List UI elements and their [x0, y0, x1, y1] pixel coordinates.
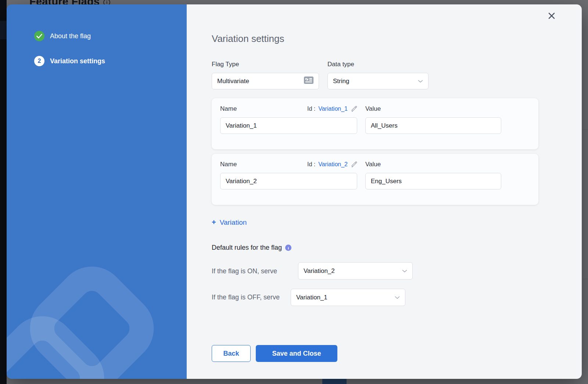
variation-id-link[interactable]: Variation_2: [318, 161, 348, 168]
variation-value-input[interactable]: All_Users: [365, 117, 501, 134]
flag-off-label: If the flag is OFF, serve: [212, 289, 291, 302]
variation-name-input[interactable]: Variation_1: [220, 117, 357, 134]
screen: Feature Flags i About the flag: [0, 0, 588, 384]
flag-on-select[interactable]: Variation_2: [298, 262, 413, 280]
step-complete-check-icon: [34, 31, 44, 41]
rule-row-off: If the flag is OFF, serve Variation_1: [212, 289, 539, 306]
variation-card-1: Name Id : Variation_1: [212, 98, 538, 149]
info-icon[interactable]: i: [285, 245, 291, 251]
save-and-close-button[interactable]: Save and Close: [256, 345, 337, 362]
step-about-the-flag[interactable]: About the flag: [34, 31, 187, 41]
variation-settings-pane: Variation settings Flag Type Multivariat…: [187, 4, 582, 379]
back-button[interactable]: Back: [212, 345, 251, 362]
variation-value-input[interactable]: Eng_Users: [365, 173, 501, 189]
id-prefix: Id :: [307, 161, 315, 168]
variation-value-value: All_Users: [371, 122, 496, 129]
default-rules-title-text: Default rules for the flag: [212, 244, 282, 252]
chevron-down-icon: [402, 270, 407, 273]
chevron-down-icon: [418, 80, 423, 83]
wizard-steps-pane: About the flag 2 Variation settings: [7, 4, 187, 379]
modal-footer: Back Save and Close: [212, 345, 539, 362]
flag-type-value: Multivariate: [217, 78, 304, 85]
flag-settings-modal: About the flag 2 Variation settings Vari…: [7, 4, 582, 379]
value-label: Value: [365, 105, 381, 113]
variation-card-2: Name Id : Variation_2: [212, 154, 538, 205]
data-type-value: String: [333, 78, 418, 85]
flag-on-label: If the flag is ON, serve: [212, 266, 298, 276]
name-label: Name: [220, 105, 237, 113]
wizard-steps: About the flag 2 Variation settings: [7, 4, 187, 66]
step-label: Variation settings: [50, 57, 105, 65]
id-prefix: Id :: [307, 106, 315, 112]
multivariate-card-icon: [304, 77, 313, 86]
pane-title: Variation settings: [212, 33, 539, 45]
data-type-select[interactable]: String: [327, 73, 429, 89]
step-label: About the flag: [50, 32, 91, 40]
default-rules-title: Default rules for the flag i: [212, 244, 539, 252]
variation-name-group: Name Id : Variation_1: [220, 105, 357, 134]
data-type-field-group: Data type String: [327, 61, 429, 89]
variation-id: Id : Variation_2: [307, 161, 357, 168]
variation-name-value: Variation_1: [226, 122, 352, 129]
chevron-down-icon: [395, 296, 400, 299]
type-fields-row: Flag Type Multivariate: [212, 61, 539, 89]
name-label: Name: [220, 161, 237, 168]
flag-type-label: Flag Type: [212, 61, 319, 68]
variation-id: Id : Variation_1: [307, 106, 357, 112]
add-variation-button[interactable]: + Variation: [212, 218, 247, 227]
plus-icon: +: [212, 218, 216, 227]
step-number-badge: 2: [34, 56, 44, 66]
variation-id-link[interactable]: Variation_1: [318, 106, 348, 112]
flag-type-field-group: Flag Type Multivariate: [212, 61, 319, 89]
close-icon[interactable]: [547, 11, 556, 20]
edit-pencil-icon[interactable]: [351, 161, 357, 168]
flag-off-select[interactable]: Variation_1: [291, 289, 405, 306]
data-type-label: Data type: [327, 61, 429, 68]
variation-name-value: Variation_2: [226, 178, 352, 185]
value-label: Value: [365, 161, 381, 168]
variation-name-input[interactable]: Variation_2: [220, 173, 357, 189]
flag-type-input[interactable]: Multivariate: [212, 73, 319, 89]
flag-off-value: Variation_1: [296, 294, 395, 301]
variation-name-group: Name Id : Variation_2: [220, 161, 357, 189]
rule-row-on: If the flag is ON, serve Variation_2: [212, 262, 539, 280]
edit-pencil-icon[interactable]: [351, 106, 357, 112]
add-variation-label: Variation: [220, 218, 247, 227]
step-variation-settings[interactable]: 2 Variation settings: [34, 56, 187, 66]
variation-value-group: Value Eng_Users: [365, 161, 501, 189]
flag-on-value: Variation_2: [304, 267, 402, 275]
variation-value-value: Eng_Users: [371, 178, 496, 185]
variation-value-group: Value All_Users: [365, 105, 501, 134]
